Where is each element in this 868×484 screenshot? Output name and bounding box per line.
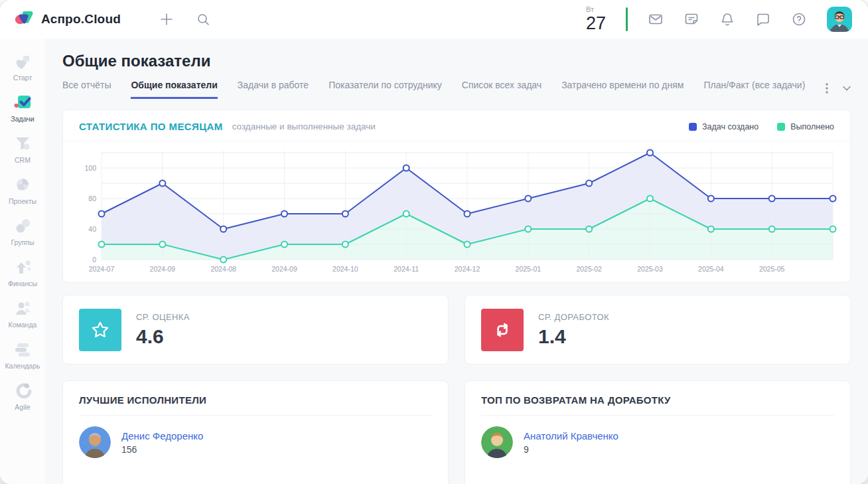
- data-point[interactable]: [647, 150, 653, 156]
- brand[interactable]: Аспро.Cloud: [15, 9, 121, 29]
- mail-icon[interactable]: [648, 11, 664, 27]
- star-icon: [79, 309, 121, 351]
- x-tick-label: 2024-08: [210, 265, 236, 273]
- data-point[interactable]: [281, 211, 287, 217]
- help-icon[interactable]: [791, 11, 807, 27]
- data-point[interactable]: [769, 196, 775, 202]
- legend-swatch: [777, 123, 785, 131]
- data-point[interactable]: [159, 242, 165, 248]
- top-performers-card: ЛУЧШИЕ ИСПОЛНИТЕЛИ Де: [62, 380, 449, 484]
- sidebar-item-label: Календарь: [5, 362, 40, 370]
- data-point[interactable]: [99, 211, 105, 217]
- sidebar-item-label: Старт: [13, 74, 33, 82]
- data-point[interactable]: [403, 165, 409, 171]
- search-button[interactable]: [196, 13, 210, 27]
- data-point[interactable]: [342, 211, 348, 217]
- x-tick-label: 2024-12: [455, 265, 480, 273]
- data-point[interactable]: [830, 196, 836, 202]
- day-number: 27: [586, 15, 606, 33]
- legend-item[interactable]: Выполнено: [777, 122, 834, 131]
- data-point[interactable]: [769, 226, 775, 232]
- x-tick-label: 2024-07: [89, 265, 115, 273]
- user-avatar[interactable]: [827, 7, 852, 32]
- data-point[interactable]: [159, 181, 165, 187]
- data-point[interactable]: [342, 242, 348, 248]
- line-chart[interactable]: 040801002024-072024-092024-082024-092024…: [79, 145, 835, 277]
- data-point[interactable]: [281, 242, 287, 248]
- brand-logo-icon: [15, 9, 35, 29]
- data-point[interactable]: [220, 226, 226, 232]
- chart-subtitle: созданные и выполненные задачи: [232, 121, 376, 131]
- sidebar-item-label: Финансы: [8, 280, 37, 287]
- x-tick-label: 2024-09: [271, 265, 297, 273]
- data-point[interactable]: [586, 226, 592, 232]
- person-avatar[interactable]: [79, 426, 111, 458]
- data-point[interactable]: [525, 196, 531, 202]
- data-point[interactable]: [220, 257, 226, 263]
- data-point[interactable]: [586, 181, 592, 187]
- brand-name: Аспро.Cloud: [41, 12, 121, 27]
- person-avatar[interactable]: [481, 426, 513, 458]
- data-point[interactable]: [708, 226, 714, 232]
- sidebar-item-label: CRM: [15, 156, 31, 164]
- data-point[interactable]: [403, 211, 409, 217]
- data-point[interactable]: [647, 196, 653, 202]
- sidebar-item-label: Задачи: [11, 115, 34, 123]
- sidebar-item-старт[interactable]: Старт: [0, 46, 45, 88]
- data-point[interactable]: [525, 226, 531, 232]
- list-item: Денис Федоренко 156: [79, 426, 432, 458]
- person-name[interactable]: Анатолий Кравченко: [524, 430, 618, 442]
- tab-4[interactable]: Список всех задач: [462, 80, 542, 99]
- tasks-icon: [13, 93, 33, 112]
- sidebar-item-финансы[interactable]: Финансы: [0, 252, 45, 293]
- data-point[interactable]: [99, 242, 105, 248]
- chart-area: 040801002024-072024-092024-082024-092024…: [63, 141, 850, 282]
- sidebar-item-задачи[interactable]: Задачи: [0, 88, 45, 129]
- add-button[interactable]: [159, 12, 174, 27]
- main-content: Общие показатели Все отчётыОбщие показат…: [45, 39, 868, 484]
- data-point[interactable]: [708, 196, 714, 202]
- x-tick-label: 2025-03: [637, 265, 663, 273]
- avg-rating-card[interactable]: СР. ОЦЕНКА 4.6: [62, 295, 449, 364]
- tab-0[interactable]: Все отчёты: [62, 80, 111, 99]
- stat-label: СР. ОЦЕНКА: [136, 312, 190, 322]
- finance-icon: [13, 258, 33, 276]
- avg-rework-card[interactable]: СР. ДОРАБОТОК 1.4: [465, 295, 851, 364]
- start-icon: [13, 52, 33, 70]
- sidebar-item-проекты[interactable]: Проекты: [0, 170, 45, 211]
- notes-icon[interactable]: [684, 11, 699, 27]
- kebab-menu-icon[interactable]: [826, 83, 828, 94]
- sidebar-item-label: Команда: [9, 321, 37, 329]
- person-count: 156: [121, 444, 203, 455]
- sidebar-item-календарь[interactable]: Календарь: [0, 335, 45, 376]
- sidebar-item-группы[interactable]: Группы: [0, 211, 45, 252]
- sidebar-item-agile[interactable]: Agile: [0, 376, 45, 417]
- legend-label: Задач создано: [702, 122, 759, 131]
- lists-row: ЛУЧШИЕ ИСПОЛНИТЕЛИ Де: [62, 380, 851, 484]
- chat-icon[interactable]: [755, 11, 771, 27]
- chevron-down-icon[interactable]: [843, 86, 851, 91]
- y-tick-label: 100: [84, 164, 96, 172]
- page-title: Общие показатели: [62, 52, 851, 70]
- x-tick-label: 2025-04: [698, 265, 724, 273]
- tab-6[interactable]: План/Факт (все задачи): [703, 80, 805, 99]
- chart-title: СТАТИСТИКА ПО МЕСЯЦАМ: [79, 121, 223, 132]
- tab-5[interactable]: Затрачено времени по дням: [561, 80, 684, 99]
- person-name[interactable]: Денис Федоренко: [121, 430, 203, 442]
- legend-label: Выполнено: [790, 122, 834, 131]
- sidebar-item-команда[interactable]: Команда: [0, 293, 45, 335]
- sidebar-item-crm[interactable]: CRM: [0, 129, 45, 170]
- calendar-date[interactable]: Вт 27: [586, 6, 606, 33]
- legend-item[interactable]: Задач создано: [689, 122, 759, 131]
- stats-row: СР. ОЦЕНКА 4.6 СР. ДОРАБОТОК 1.4: [62, 295, 851, 364]
- y-tick-label: 40: [88, 225, 96, 233]
- tab-2[interactable]: Задачи в работе: [238, 80, 309, 99]
- tab-3[interactable]: Показатели по сотруднику: [328, 80, 442, 99]
- data-point[interactable]: [465, 211, 470, 217]
- data-point[interactable]: [830, 226, 836, 232]
- data-point[interactable]: [465, 242, 470, 248]
- legend-swatch: [689, 123, 697, 131]
- tab-1[interactable]: Общие показатели: [131, 80, 217, 99]
- bell-icon[interactable]: [719, 11, 735, 27]
- chart-legend: Задач созданоВыполнено: [689, 122, 834, 131]
